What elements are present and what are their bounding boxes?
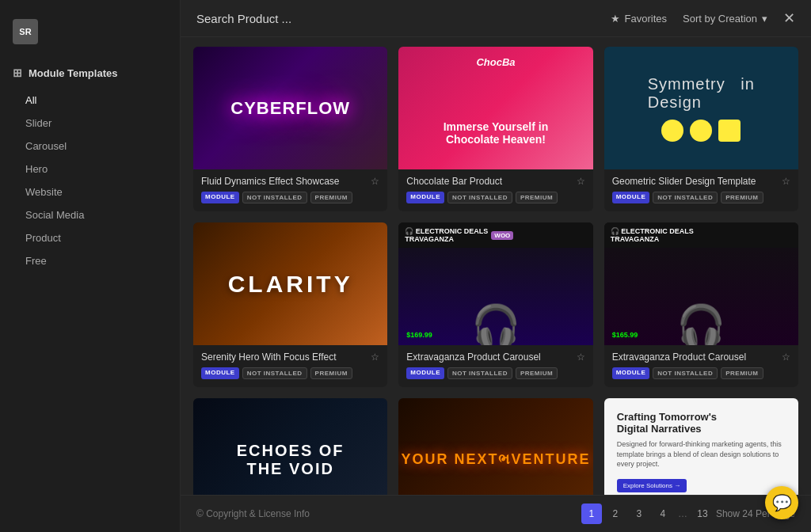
badges-extrav2: MODULE NOT INSTALLED PREMIUM (612, 367, 790, 379)
badge-module: MODULE (201, 192, 239, 203)
card-thumb-chocolate: Immerse Yourself inChocolate Heaven! (398, 47, 592, 169)
search-field[interactable]: Search Product ... (196, 12, 601, 25)
card-title-geometric: Geometric Slider Design Template (612, 176, 756, 187)
sidebar-item-carousel[interactable]: Carousel (0, 135, 180, 158)
favorite-icon-fluid-dynamics[interactable]: ☆ (371, 176, 379, 187)
card-title-chocolate: Chocolate Bar Product (406, 176, 502, 187)
sidebar-section-title: ⊞ Module Templates (0, 60, 180, 86)
craft-content: Crafting Tomorrow'sDigital Narratives De… (604, 398, 798, 495)
page-button-2[interactable]: 2 (605, 504, 626, 524)
card-thumb-extrav1: 🎧 ELECTRONIC DEALSTRAVAGANZA WOO 🎧 $169.… (398, 222, 592, 345)
geo-shapes (661, 120, 741, 142)
card-adventure[interactable]: Your Next Adventure ☆ MODULE NOT INSTALL… (398, 398, 592, 495)
favorite-icon-extrav1[interactable]: ☆ (577, 352, 585, 363)
sidebar: SR ⊞ Module Templates All Slider Carouse… (0, 0, 181, 532)
close-button[interactable]: ✕ (783, 10, 795, 27)
badges-fluid-dynamics: MODULE NOT INSTALLED PREMIUM (201, 192, 379, 203)
card-serenity-hero[interactable]: Serenity Hero With Focus Effect ☆ MODULE… (193, 222, 387, 387)
main-panel: Search Product ... ★ Favorites Sort by C… (181, 0, 811, 532)
chat-icon: 💬 (772, 493, 792, 512)
page-button-4[interactable]: 4 (653, 504, 673, 524)
page-button-13[interactable]: 13 (692, 504, 713, 524)
templates-grid: Fluid Dynamics Effect Showcase ☆ MODULE … (193, 47, 798, 495)
badge-premium-3: PREMIUM (721, 192, 763, 203)
badge-not-installed: NOT INSTALLED (242, 192, 307, 203)
badge-not-installed-5: NOT INSTALLED (447, 367, 512, 379)
badge-premium: PREMIUM (310, 192, 352, 203)
content-area: Fluid Dynamics Effect Showcase ☆ MODULE … (181, 37, 811, 495)
sort-label: Sort by Creation (683, 13, 757, 25)
badge-premium-6: PREMIUM (721, 367, 763, 379)
geo-square (718, 120, 741, 142)
favorite-icon-serenity[interactable]: ☆ (371, 352, 379, 363)
card-title-fluid-dynamics: Fluid Dynamics Effect Showcase (201, 176, 340, 187)
sidebar-item-product[interactable]: Product (0, 226, 180, 249)
price-1: $169.99 (406, 331, 432, 339)
card-info-extrav1: Extravaganza Product Carousel ☆ MODULE N… (398, 345, 592, 387)
logo-badge: SR (13, 19, 38, 44)
card-info-geometric: Geometric Slider Design Template ☆ MODUL… (604, 169, 798, 211)
header: Search Product ... ★ Favorites Sort by C… (181, 0, 811, 37)
card-fluid-dynamics[interactable]: Fluid Dynamics Effect Showcase ☆ MODULE … (193, 47, 387, 211)
card-title-serenity: Serenity Hero With Focus Effect (201, 352, 337, 363)
choco-text: Immerse Yourself inChocolate Heaven! (398, 120, 592, 146)
card-geometric-slider[interactable]: Symmetry inDesign Geometric Slider Desig… (604, 47, 798, 211)
badge-module-3: MODULE (612, 192, 650, 203)
chat-button[interactable]: 💬 (765, 486, 798, 519)
card-chocolate-bar[interactable]: Immerse Yourself inChocolate Heaven! Cho… (398, 47, 592, 211)
badge-premium-5: PREMIUM (516, 367, 558, 379)
sidebar-nav: All Slider Carousel Hero Website Social … (0, 86, 180, 276)
card-info-serenity: Serenity Hero With Focus Effect ☆ MODULE… (193, 345, 387, 387)
favorite-icon-chocolate[interactable]: ☆ (577, 176, 585, 187)
chevron-down-icon: ▾ (762, 13, 767, 25)
sidebar-item-hero[interactable]: Hero (0, 158, 180, 180)
card-title-extrav1: Extravaganza Product Carousel (406, 352, 540, 363)
card-thumb-adventure (398, 398, 592, 495)
footer: © Copyright & License Info 1 2 3 4 … 13 … (181, 495, 811, 532)
sidebar-item-website[interactable]: Website (0, 180, 180, 203)
badge-not-installed-3: NOT INSTALLED (653, 192, 718, 203)
badge-module-6: MODULE (612, 367, 650, 379)
geo-text: Symmetry inDesign (648, 75, 755, 112)
sidebar-item-social-media[interactable]: Social Media (0, 203, 180, 226)
card-extravaganza-1[interactable]: 🎧 ELECTRONIC DEALSTRAVAGANZA WOO 🎧 $169.… (398, 222, 592, 387)
card-thumb-craft: Crafting Tomorrow'sDigital Narratives De… (604, 398, 798, 495)
sort-button[interactable]: Sort by Creation ▾ (683, 13, 767, 25)
badge-premium-4: PREMIUM (310, 367, 352, 379)
favorites-button[interactable]: ★ Favorites (611, 13, 667, 25)
card-thumb-echoes (193, 398, 387, 495)
geo-circle-2 (690, 120, 712, 142)
logo-area: SR (0, 13, 180, 60)
explore-button[interactable]: Explore Solutions → (617, 479, 687, 492)
sidebar-item-free[interactable]: Free (0, 249, 180, 272)
geo-circle-1 (661, 120, 683, 142)
favorite-icon-extrav2[interactable]: ☆ (782, 352, 790, 363)
card-info-fluid-dynamics: Fluid Dynamics Effect Showcase ☆ MODULE … (193, 169, 387, 211)
headphones-icon-2: 🎧 (676, 306, 725, 345)
card-thumb-geometric: Symmetry inDesign (604, 47, 798, 169)
card-info-chocolate: Chocolate Bar Product ☆ MODULE NOT INSTA… (398, 169, 592, 211)
card-echoes[interactable]: Echoes Of The Void ☆ MODULE NOT INSTALLE… (193, 398, 387, 495)
badges-geometric: MODULE NOT INSTALLED PREMIUM (612, 192, 790, 203)
badge-not-installed-6: NOT INSTALLED (653, 367, 718, 379)
sidebar-item-slider[interactable]: Slider (0, 112, 180, 135)
card-thumb-fluid-dynamics (193, 47, 387, 169)
favorite-icon-geometric[interactable]: ☆ (782, 176, 790, 187)
badge-premium-2: PREMIUM (516, 192, 558, 203)
badges-extrav1: MODULE NOT INSTALLED PREMIUM (406, 367, 584, 379)
sidebar-item-all[interactable]: All (0, 89, 180, 112)
woo-badge: WOO (491, 231, 513, 240)
page-button-1[interactable]: 1 (581, 504, 602, 524)
header-actions: ★ Favorites Sort by Creation ▾ ✕ (611, 10, 795, 27)
card-info-extrav2: Extravaganza Product Carousel ☆ MODULE N… (604, 345, 798, 387)
badges-chocolate: MODULE NOT INSTALLED PREMIUM (406, 192, 584, 203)
extrav-banner-2: 🎧 ELECTRONIC DEALSTRAVAGANZA (604, 222, 798, 248)
copyright-text: © Copyright & License Info (196, 508, 310, 519)
card-thumb-clarity (193, 222, 387, 345)
badge-module-5: MODULE (406, 367, 444, 379)
star-icon: ★ (611, 13, 620, 25)
page-button-3[interactable]: 3 (629, 504, 649, 524)
card-extravaganza-2[interactable]: 🎧 ELECTRONIC DEALSTRAVAGANZA 🎧 $165.99 E… (604, 222, 798, 387)
card-craft[interactable]: Crafting Tomorrow'sDigital Narratives De… (604, 398, 798, 495)
badge-not-installed-4: NOT INSTALLED (242, 367, 307, 379)
